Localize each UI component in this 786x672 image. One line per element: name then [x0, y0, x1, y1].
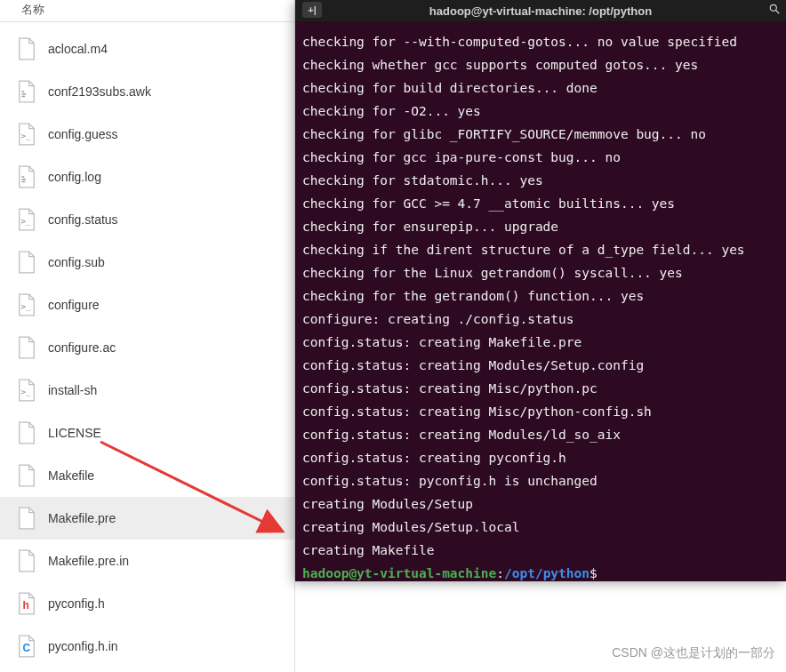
- terminal-title: hadoop@yt-virtual-machine: /opt/python: [429, 4, 652, 18]
- file-code-icon: [16, 79, 37, 104]
- file-name: pyconfig.h.in: [48, 639, 118, 653]
- file-shell-icon: >_: [16, 122, 37, 147]
- file-shell-icon: >_: [16, 207, 37, 232]
- file-h-icon: h: [16, 591, 37, 616]
- file-name: Makefile.pre.in: [48, 554, 129, 568]
- file-row[interactable]: Makefile: [0, 454, 294, 497]
- file-code-icon: [16, 164, 37, 189]
- file-generic-icon: [16, 463, 37, 488]
- file-row[interactable]: >_config.status: [0, 198, 294, 241]
- file-list: aclocal.m4conf2193subs.awk>_config.guess…: [0, 22, 294, 672]
- terminal-body[interactable]: checking for --with-computed-gotos... no…: [295, 21, 786, 581]
- file-row[interactable]: config.log: [0, 156, 294, 198]
- file-generic-icon: [16, 420, 37, 445]
- new-tab-button[interactable]: +|: [302, 2, 322, 18]
- file-row[interactable]: aclocal.m4: [0, 28, 294, 70]
- file-shell-icon: >_: [16, 292, 37, 317]
- file-panel: 名称 aclocal.m4conf2193subs.awk>_config.gu…: [0, 0, 295, 672]
- svg-text:>_: >_: [21, 388, 32, 397]
- file-row[interactable]: Makefile.pre.in: [0, 540, 294, 582]
- file-name: configure: [48, 298, 100, 312]
- file-generic-icon: [16, 506, 37, 531]
- svg-text:h: h: [22, 599, 28, 612]
- file-row[interactable]: configure.ac: [0, 326, 294, 369]
- terminal-titlebar[interactable]: +| hadoop@yt-virtual-machine: /opt/pytho…: [295, 0, 786, 21]
- prompt-user: hadoop@yt-virtual-machine: [302, 566, 496, 580]
- terminal-window: +| hadoop@yt-virtual-machine: /opt/pytho…: [295, 0, 786, 581]
- watermark: CSDN @这也是计划的一部分: [612, 645, 775, 661]
- file-row[interactable]: LICENSE: [0, 412, 294, 454]
- file-name: LICENSE: [48, 426, 101, 440]
- file-row[interactable]: conf2193subs.awk: [0, 70, 294, 113]
- file-name: conf2193subs.awk: [48, 84, 151, 99]
- file-name: configure.ac: [48, 340, 116, 355]
- file-row[interactable]: >_install-sh: [0, 369, 294, 412]
- terminal-prompt[interactable]: hadoop@yt-virtual-machine:/opt/python$: [302, 562, 779, 581]
- file-generic-icon: [16, 250, 37, 275]
- file-generic-icon: [16, 335, 37, 360]
- file-c-icon: C: [16, 634, 37, 659]
- file-name: aclocal.m4: [48, 42, 108, 56]
- file-row[interactable]: Makefile.pre: [0, 497, 294, 540]
- file-generic-icon: [16, 548, 37, 573]
- svg-text:>_: >_: [21, 217, 32, 227]
- file-row[interactable]: >_configure: [0, 284, 294, 326]
- file-row[interactable]: hpyconfig.h: [0, 582, 294, 625]
- svg-line-7: [776, 11, 780, 14]
- file-name: config.log: [48, 170, 101, 184]
- file-row[interactable]: README.rst: [0, 668, 294, 672]
- file-name: pyconfig.h: [48, 596, 105, 611]
- file-panel-header: 名称: [0, 0, 294, 22]
- svg-text:>_: >_: [21, 132, 32, 141]
- svg-text:>_: >_: [21, 302, 32, 312]
- svg-point-6: [770, 4, 776, 11]
- file-name: config.sub: [48, 255, 105, 269]
- prompt-colon: :: [496, 566, 504, 580]
- file-name: config.guess: [48, 127, 118, 141]
- file-shell-icon: >_: [16, 378, 37, 403]
- search-icon[interactable]: [766, 3, 782, 18]
- file-name: Makefile: [48, 468, 94, 483]
- file-generic-icon: [16, 36, 37, 61]
- prompt-path: /opt/python: [504, 566, 590, 580]
- file-row[interactable]: >_config.guess: [0, 113, 294, 156]
- prompt-dollar: $: [590, 566, 598, 580]
- file-row[interactable]: config.sub: [0, 241, 294, 284]
- file-name: Makefile.pre: [48, 511, 116, 525]
- file-name: install-sh: [48, 383, 97, 397]
- file-row[interactable]: Cpyconfig.h.in: [0, 625, 294, 668]
- svg-text:C: C: [22, 642, 30, 654]
- file-name: config.status: [48, 212, 118, 227]
